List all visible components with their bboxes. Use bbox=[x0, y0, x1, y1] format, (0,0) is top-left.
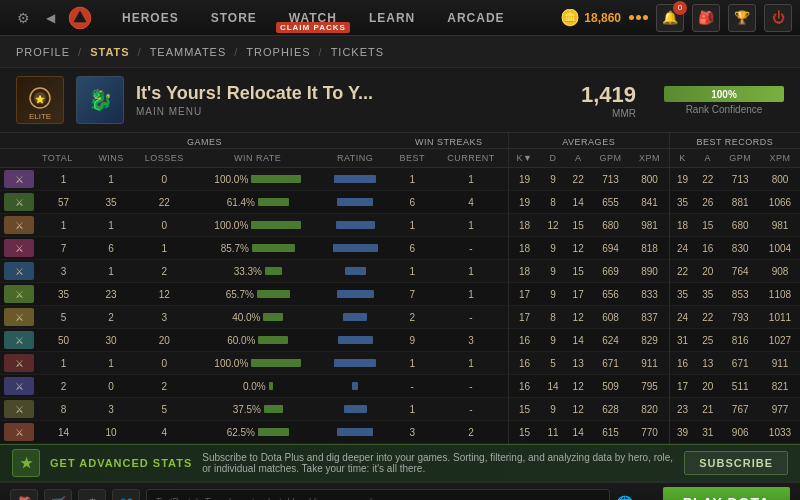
wins: 10 bbox=[89, 421, 133, 444]
br-a: 16 bbox=[695, 237, 720, 260]
rating bbox=[320, 214, 390, 237]
nav-profile[interactable]: PROFILE bbox=[16, 46, 70, 58]
promo-title: GET ADVANCED STATS bbox=[50, 457, 192, 469]
nav-heroes[interactable]: HEROES bbox=[106, 0, 195, 35]
hero-icon: ⚔ bbox=[0, 191, 38, 214]
inventory-bar-button[interactable]: 🎒 bbox=[10, 489, 38, 501]
th-losses[interactable]: LOSSES bbox=[133, 149, 195, 168]
avg-xpm: 841 bbox=[630, 191, 669, 214]
nav-watch[interactable]: WATCH Claim Packs bbox=[273, 0, 353, 35]
avg-k: 16 bbox=[508, 329, 540, 352]
play-dota-button[interactable]: PLAY DOTA bbox=[663, 487, 790, 501]
br-k: 35 bbox=[669, 191, 695, 214]
avg-k: 16 bbox=[508, 375, 540, 398]
br-xpm: 977 bbox=[760, 398, 800, 421]
br-a: 22 bbox=[695, 306, 720, 329]
avg-d: 9 bbox=[540, 237, 565, 260]
th-br-k[interactable]: K bbox=[669, 149, 695, 168]
th-a[interactable]: A bbox=[566, 149, 591, 168]
th-br-xpm[interactable]: XPM bbox=[760, 149, 800, 168]
total: 1 bbox=[38, 168, 89, 191]
power-button[interactable]: ⏻ bbox=[764, 4, 792, 32]
avg-a: 12 bbox=[566, 375, 591, 398]
avg-gpm: 624 bbox=[591, 329, 631, 352]
dota-logo[interactable] bbox=[62, 0, 98, 36]
best: - bbox=[390, 375, 434, 398]
social-bar-button[interactable]: 👥 bbox=[112, 489, 140, 501]
th-k[interactable]: K▼ bbox=[508, 149, 540, 168]
bottom-right: 🌐 ●●● PLAY DOTA bbox=[616, 487, 790, 501]
table-row[interactable]: ⚔ 1 1 0 100.0% 1 1 16 5 13 671 911 16 13… bbox=[0, 352, 800, 375]
back-icon[interactable]: ◀ bbox=[38, 0, 62, 36]
br-xpm: 908 bbox=[760, 260, 800, 283]
rating bbox=[320, 260, 390, 283]
nav-arcade[interactable]: ARCADE bbox=[431, 0, 520, 35]
losses: 0 bbox=[133, 214, 195, 237]
br-xpm: 911 bbox=[760, 352, 800, 375]
avg-a: 15 bbox=[566, 260, 591, 283]
nav-learn[interactable]: LEARN bbox=[353, 0, 431, 35]
losses: 0 bbox=[133, 168, 195, 191]
profile-avatar: 🐉 bbox=[76, 76, 124, 124]
table-row[interactable]: ⚔ 1 1 0 100.0% 1 1 18 12 15 680 981 18 1… bbox=[0, 214, 800, 237]
avg-k: 15 bbox=[508, 421, 540, 444]
nav-items: HEROES STORE WATCH Claim Packs LEARN ARC… bbox=[106, 0, 560, 35]
th-wins[interactable]: WINS bbox=[89, 149, 133, 168]
mmr-value: 1,419 bbox=[581, 82, 636, 108]
br-k: 24 bbox=[669, 237, 695, 260]
avg-k: 18 bbox=[508, 237, 540, 260]
table-row[interactable]: ⚔ 50 30 20 60.0% 9 3 16 9 14 624 829 31 … bbox=[0, 329, 800, 352]
th-winrate[interactable]: WIN RATE bbox=[195, 149, 320, 168]
achievements-button[interactable]: 🏆 bbox=[728, 4, 756, 32]
store-bar-button[interactable]: 🛒 bbox=[44, 489, 72, 501]
table-row[interactable]: ⚔ 8 3 5 37.5% 1 - 15 9 12 628 820 23 21 … bbox=[0, 398, 800, 421]
wins: 1 bbox=[89, 214, 133, 237]
table-row[interactable]: ⚔ 1 1 0 100.0% 1 1 19 9 22 713 800 19 22… bbox=[0, 168, 800, 191]
gold-display: 🪙 18,860 bbox=[560, 8, 621, 27]
br-a: 26 bbox=[695, 191, 720, 214]
th-rating[interactable]: RATING bbox=[320, 149, 390, 168]
th-gpm[interactable]: GPM bbox=[591, 149, 631, 168]
inventory-button[interactable]: 🎒 bbox=[692, 4, 720, 32]
nav-teammates[interactable]: TEAMMATES bbox=[150, 46, 227, 58]
rating bbox=[320, 375, 390, 398]
th-br-gpm[interactable]: GPM bbox=[720, 149, 760, 168]
table-row[interactable]: ⚔ 5 2 3 40.0% 2 - 17 8 12 608 837 24 22 … bbox=[0, 306, 800, 329]
avg-a: 14 bbox=[566, 329, 591, 352]
nav-store[interactable]: STORE bbox=[195, 0, 273, 35]
nav-stats[interactable]: STATS bbox=[90, 46, 129, 58]
chat-input[interactable]: To (Party): Type here to chat. Use / for… bbox=[146, 489, 610, 501]
th-best[interactable]: BEST bbox=[390, 149, 434, 168]
subscribe-button[interactable]: SUBSCRIBE bbox=[684, 451, 788, 475]
table-row[interactable]: ⚔ 2 0 2 0.0% - - 16 14 12 509 795 17 20 … bbox=[0, 375, 800, 398]
avg-gpm: 608 bbox=[591, 306, 631, 329]
th-current[interactable]: CURRENT bbox=[434, 149, 508, 168]
th-d[interactable]: D bbox=[540, 149, 565, 168]
best: 1 bbox=[390, 214, 434, 237]
table-row[interactable]: ⚔ 57 35 22 61.4% 6 4 19 8 14 655 841 35 … bbox=[0, 191, 800, 214]
th-xpm[interactable]: XPM bbox=[630, 149, 669, 168]
settings-icon[interactable]: ⚙ bbox=[8, 0, 38, 36]
nav-trophies[interactable]: TROPHIES bbox=[246, 46, 310, 58]
br-k: 23 bbox=[669, 398, 695, 421]
win-rate: 62.5% bbox=[195, 421, 320, 444]
table-row[interactable]: ⚔ 14 10 4 62.5% 3 2 15 11 14 615 770 39 … bbox=[0, 421, 800, 444]
th-best-records: BEST RECORDS bbox=[669, 133, 800, 149]
settings-bar-button[interactable]: ⚙ bbox=[78, 489, 106, 501]
table-row[interactable]: ⚔ 35 23 12 65.7% 7 1 17 9 17 656 833 35 … bbox=[0, 283, 800, 306]
nav-tickets[interactable]: TICKETS bbox=[331, 46, 384, 58]
notifications-button[interactable]: 🔔 0 bbox=[656, 4, 684, 32]
bottom-promo: ★ GET ADVANCED STATS Subscribe to Dota P… bbox=[0, 444, 800, 482]
losses: 22 bbox=[133, 191, 195, 214]
win-rate: 37.5% bbox=[195, 398, 320, 421]
current: 2 bbox=[434, 421, 508, 444]
th-total[interactable]: TOTAL bbox=[38, 149, 89, 168]
table-row[interactable]: ⚔ 7 6 1 85.7% 6 - 18 9 12 694 818 24 16 … bbox=[0, 237, 800, 260]
br-gpm: 671 bbox=[720, 352, 760, 375]
br-k: 39 bbox=[669, 421, 695, 444]
br-gpm: 511 bbox=[720, 375, 760, 398]
th-br-a[interactable]: A bbox=[695, 149, 720, 168]
br-k: 24 bbox=[669, 306, 695, 329]
table-row[interactable]: ⚔ 3 1 2 33.3% 1 1 18 9 15 669 890 22 20 … bbox=[0, 260, 800, 283]
losses: 2 bbox=[133, 375, 195, 398]
